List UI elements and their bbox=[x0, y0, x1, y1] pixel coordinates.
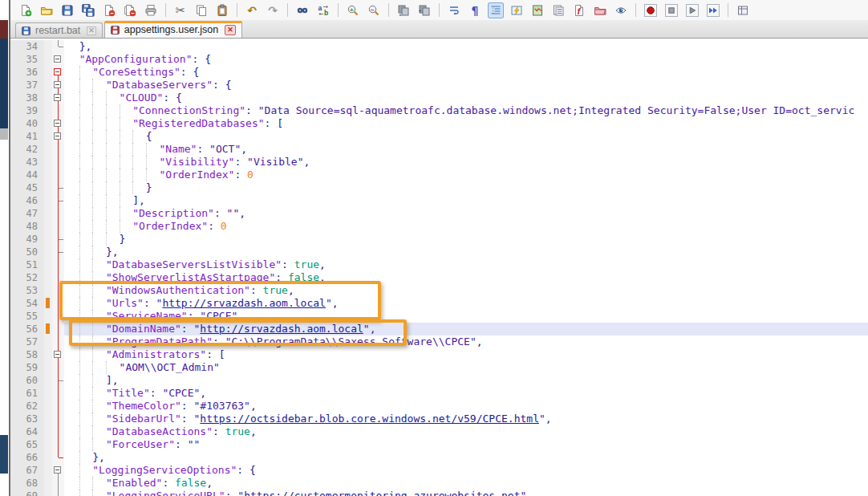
code-text[interactable]: ], bbox=[64, 374, 868, 387]
line-number[interactable]: 62 bbox=[10, 400, 44, 413]
fold-margin[interactable] bbox=[52, 117, 64, 130]
line-number[interactable]: 39 bbox=[10, 104, 44, 117]
line-number[interactable]: 60 bbox=[10, 374, 44, 387]
replace-icon[interactable]: ab bbox=[316, 3, 331, 18]
code-text[interactable]: "OrderIndex": 0 bbox=[64, 220, 868, 233]
word-wrap-icon[interactable] bbox=[447, 3, 461, 18]
monitoring-icon[interactable] bbox=[614, 3, 628, 18]
code-text[interactable]: }, bbox=[64, 40, 868, 53]
code-text[interactable]: "AppConfiguration": { bbox=[64, 53, 868, 66]
line-number[interactable]: 42 bbox=[10, 143, 44, 156]
line-number[interactable]: 53 bbox=[10, 284, 44, 297]
code-text[interactable]: "LoggingServiceOptions": { bbox=[64, 464, 868, 477]
code-text[interactable]: "OrderIndex": 0 bbox=[64, 169, 868, 181]
line-number[interactable]: 56 bbox=[10, 323, 44, 335]
code-text[interactable]: }, bbox=[64, 451, 868, 464]
line-number[interactable]: 65 bbox=[10, 438, 44, 451]
zoom-in-icon[interactable]: + bbox=[346, 3, 360, 18]
hyperlink[interactable]: https://octsidebar.blob.core.windows.net… bbox=[200, 413, 539, 425]
macro-stop-icon[interactable] bbox=[664, 3, 679, 18]
line-number[interactable]: 48 bbox=[10, 220, 44, 233]
fold-margin[interactable] bbox=[52, 464, 64, 477]
code-text[interactable]: "AOM\\OCT_Admin" bbox=[64, 361, 868, 374]
line-number[interactable]: 63 bbox=[10, 413, 44, 425]
code-text[interactable]: "CLOUD": { bbox=[64, 91, 868, 104]
fold-margin[interactable] bbox=[52, 348, 64, 361]
line-number[interactable]: 67 bbox=[10, 464, 44, 477]
line-number[interactable]: 51 bbox=[10, 258, 44, 271]
save-file-icon[interactable] bbox=[60, 3, 75, 18]
line-number[interactable]: 35 bbox=[10, 53, 44, 66]
line-number[interactable]: 55 bbox=[10, 310, 44, 323]
line-number[interactable]: 61 bbox=[10, 387, 44, 400]
code-text[interactable]: "SidebarUrl": "https://octsidebar.blob.c… bbox=[64, 413, 868, 425]
line-number[interactable]: 54 bbox=[10, 297, 44, 310]
macro-play-icon[interactable] bbox=[685, 3, 700, 18]
code-text[interactable]: "Name": "OCT", bbox=[64, 143, 868, 156]
define-language-icon[interactable] bbox=[509, 3, 524, 18]
paste-icon[interactable] bbox=[215, 3, 229, 18]
close-all-icon[interactable] bbox=[123, 3, 137, 18]
code-text[interactable]: "Enabled": false, bbox=[64, 477, 868, 490]
code-text[interactable]: }, bbox=[64, 246, 868, 258]
code-text[interactable]: "ForceUser": "" bbox=[64, 438, 868, 451]
macro-record-icon[interactable] bbox=[643, 3, 658, 18]
code-text[interactable]: "LoggingServiceURL": "https://customermo… bbox=[64, 490, 868, 496]
code-text[interactable]: "RegisteredDatabases": [ bbox=[64, 117, 868, 130]
copy-icon[interactable] bbox=[194, 3, 209, 18]
code-text[interactable]: "Visibility": "Visible", bbox=[64, 156, 868, 169]
code-text[interactable]: ], bbox=[64, 194, 868, 207]
document-map-icon[interactable] bbox=[530, 3, 545, 18]
new-file-icon[interactable] bbox=[18, 3, 33, 18]
fold-margin[interactable] bbox=[52, 53, 64, 66]
tab-restart-bat[interactable]: restart.bat✕ bbox=[15, 22, 103, 38]
fold-margin[interactable] bbox=[52, 91, 64, 104]
line-number[interactable]: 37 bbox=[10, 79, 44, 91]
code-text[interactable]: "DatabaseServers": { bbox=[64, 79, 868, 91]
zoom-out-icon[interactable]: − bbox=[367, 3, 381, 18]
show-indent-guide-icon[interactable] bbox=[489, 3, 503, 18]
line-number[interactable]: 41 bbox=[10, 130, 44, 143]
line-number[interactable]: 57 bbox=[10, 335, 44, 348]
save-all-icon[interactable] bbox=[81, 3, 95, 18]
save-recorded-macro-icon[interactable] bbox=[736, 3, 750, 18]
line-number[interactable]: 64 bbox=[10, 425, 44, 438]
line-number[interactable]: 47 bbox=[10, 207, 44, 220]
document-list-icon[interactable] bbox=[551, 3, 566, 18]
fold-margin[interactable] bbox=[52, 79, 64, 91]
line-number[interactable]: 59 bbox=[10, 361, 44, 374]
code-text[interactable]: "DatabaseServersListVisible": true, bbox=[64, 258, 868, 271]
line-number[interactable]: 49 bbox=[10, 233, 44, 246]
fold-margin[interactable] bbox=[52, 66, 64, 79]
line-number[interactable]: 50 bbox=[10, 246, 44, 258]
line-number[interactable]: 45 bbox=[10, 181, 44, 194]
code-text[interactable]: "DatabaseActions": true, bbox=[64, 425, 868, 438]
line-number[interactable]: 46 bbox=[10, 194, 44, 207]
cut-icon[interactable]: ✂ bbox=[173, 3, 188, 18]
code-text[interactable]: "Administrators": [ bbox=[64, 348, 868, 361]
print-icon[interactable] bbox=[144, 3, 158, 18]
line-number[interactable]: 52 bbox=[10, 271, 44, 284]
code-text[interactable]: { bbox=[64, 130, 868, 143]
line-number[interactable]: 34 bbox=[10, 40, 44, 53]
line-number[interactable]: 38 bbox=[10, 91, 44, 104]
line-number[interactable]: 66 bbox=[10, 451, 44, 464]
line-number[interactable]: 69 bbox=[10, 490, 44, 496]
code-text[interactable]: } bbox=[64, 233, 868, 246]
function-list-icon[interactable]: f bbox=[572, 3, 586, 18]
find-icon[interactable] bbox=[295, 3, 310, 18]
macro-run-multiple-icon[interactable] bbox=[706, 3, 720, 18]
line-number[interactable]: 36 bbox=[10, 66, 44, 79]
line-number[interactable]: 58 bbox=[10, 348, 44, 361]
code-text[interactable]: "Description": "", bbox=[64, 207, 868, 220]
hyperlink[interactable]: https://customermonitoring.azurewebsites… bbox=[244, 490, 520, 496]
fold-margin[interactable] bbox=[52, 130, 64, 143]
code-text[interactable]: "ConnectionString": "Data Source=sql-aqu… bbox=[64, 104, 868, 117]
line-number[interactable]: 68 bbox=[10, 477, 44, 490]
redo-icon[interactable]: ↷ bbox=[266, 3, 280, 18]
line-number[interactable]: 40 bbox=[10, 117, 44, 130]
tab-appsettings-user-json[interactable]: appsettings.user.json✕ bbox=[104, 21, 242, 38]
sync-scroll-horizontal-icon[interactable] bbox=[417, 3, 432, 18]
tab-close-icon[interactable]: ✕ bbox=[225, 25, 236, 35]
line-number[interactable]: 44 bbox=[10, 169, 44, 181]
